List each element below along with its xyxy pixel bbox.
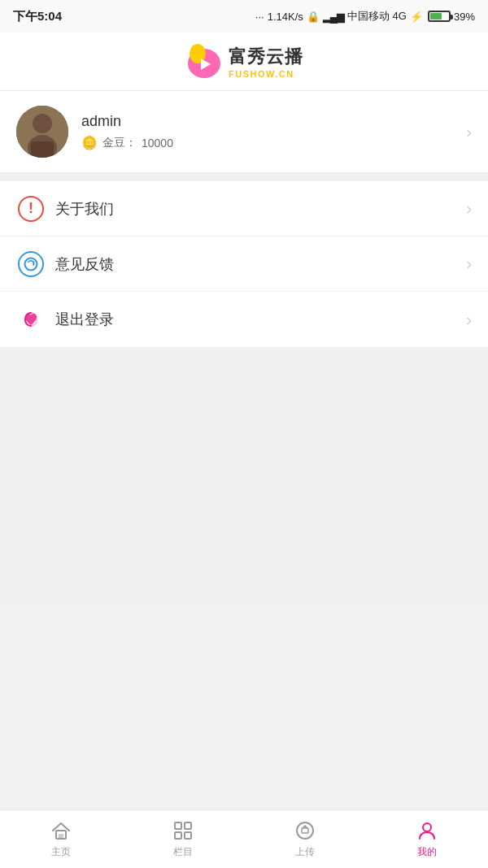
- svg-rect-16: [302, 828, 308, 833]
- feedback-icon: [18, 251, 44, 277]
- upload-icon: [294, 819, 316, 842]
- username-label: admin: [81, 113, 466, 130]
- status-time: 下午5:04: [13, 9, 62, 24]
- nav-item-upload[interactable]: 上传: [244, 810, 366, 868]
- status-right: ··· 1.14K/s 🔒 ▂▄▆ 中国移动 4G ⚡ 39%: [255, 9, 475, 24]
- svg-rect-11: [175, 822, 181, 829]
- battery-percent: 39%: [454, 11, 475, 23]
- nav-item-category[interactable]: 栏目: [122, 810, 244, 868]
- logo-chinese: 富秀云播: [229, 45, 303, 69]
- mine-icon: [416, 819, 438, 842]
- coin-value: 10000: [142, 137, 173, 150]
- user-profile-row[interactable]: admin 🪙 金豆： 10000 ›: [0, 91, 488, 173]
- svg-rect-12: [185, 822, 191, 829]
- menu-item-about[interactable]: ! 关于我们 ›: [0, 181, 488, 237]
- svg-rect-14: [185, 832, 191, 839]
- about-icon: !: [18, 196, 44, 222]
- menu-list: ! 关于我们 › 意见反馈 ›: [0, 181, 488, 347]
- coin-icon: 🪙: [81, 135, 98, 150]
- home-icon: [50, 819, 72, 842]
- bottom-navigation: 主页 栏目 上传 我的: [0, 809, 488, 868]
- divider-1: [0, 173, 488, 181]
- app-header: 富秀云播 FUSHOW.CN: [0, 33, 488, 91]
- about-icon-wrap: !: [16, 194, 46, 224]
- empty-area: [0, 347, 488, 607]
- signal-icon: ▂▄▆: [323, 11, 344, 23]
- chevron-right-icon: ›: [466, 123, 472, 141]
- avatar-image: [16, 106, 68, 158]
- main-content: 富秀云播 FUSHOW.CN admin 🪙 金豆：: [0, 33, 488, 666]
- user-coins-row: 🪙 金豆： 10000: [81, 135, 466, 150]
- svg-point-4: [33, 114, 52, 133]
- status-bar: 下午5:04 ··· 1.14K/s 🔒 ▂▄▆ 中国移动 4G ⚡ 39%: [0, 0, 488, 33]
- about-label: 关于我们: [55, 199, 466, 219]
- avatar: [16, 106, 68, 158]
- menu-item-feedback[interactable]: 意见反馈 ›: [0, 237, 488, 292]
- status-carrier: 中国移动 4G: [347, 9, 407, 24]
- feedback-label: 意见反馈: [55, 254, 466, 274]
- logout-icon: [18, 306, 44, 332]
- logo-icon: [185, 42, 224, 81]
- chevron-right-logout: ›: [466, 310, 472, 329]
- svg-rect-6: [31, 141, 54, 158]
- menu-item-logout[interactable]: 退出登录 ›: [0, 292, 488, 347]
- chevron-right-feedback: ›: [466, 254, 472, 273]
- home-nav-label: 主页: [51, 845, 71, 859]
- svg-point-15: [297, 822, 313, 839]
- category-nav-label: 栏目: [173, 845, 193, 859]
- status-dots: ···: [255, 11, 264, 23]
- upload-nav-label: 上传: [295, 845, 315, 859]
- nav-item-home[interactable]: 主页: [0, 810, 122, 868]
- nav-item-mine[interactable]: 我的: [366, 810, 488, 868]
- logout-label: 退出登录: [55, 310, 466, 329]
- logo-container: 富秀云播 FUSHOW.CN: [185, 42, 303, 81]
- user-info: admin 🪙 金豆： 10000: [81, 113, 466, 150]
- svg-point-17: [423, 823, 431, 831]
- logo-text: 富秀云播 FUSHOW.CN: [229, 45, 303, 79]
- status-speed: 1.14K/s: [268, 11, 303, 23]
- coin-label: 金豆：: [102, 136, 137, 150]
- category-icon: [172, 819, 194, 842]
- svg-rect-10: [59, 834, 63, 839]
- battery-icon: [428, 11, 451, 22]
- svg-rect-13: [175, 832, 181, 839]
- logo-english: FUSHOW.CN: [229, 69, 294, 79]
- logout-icon-wrap: [16, 305, 46, 334]
- mine-nav-label: 我的: [417, 845, 437, 859]
- feedback-icon-wrap: [16, 250, 46, 279]
- lightning-icon: ⚡: [410, 11, 423, 23]
- status-lock: 🔒: [307, 11, 320, 23]
- svg-point-7: [25, 258, 37, 270]
- chevron-right-about: ›: [466, 199, 472, 218]
